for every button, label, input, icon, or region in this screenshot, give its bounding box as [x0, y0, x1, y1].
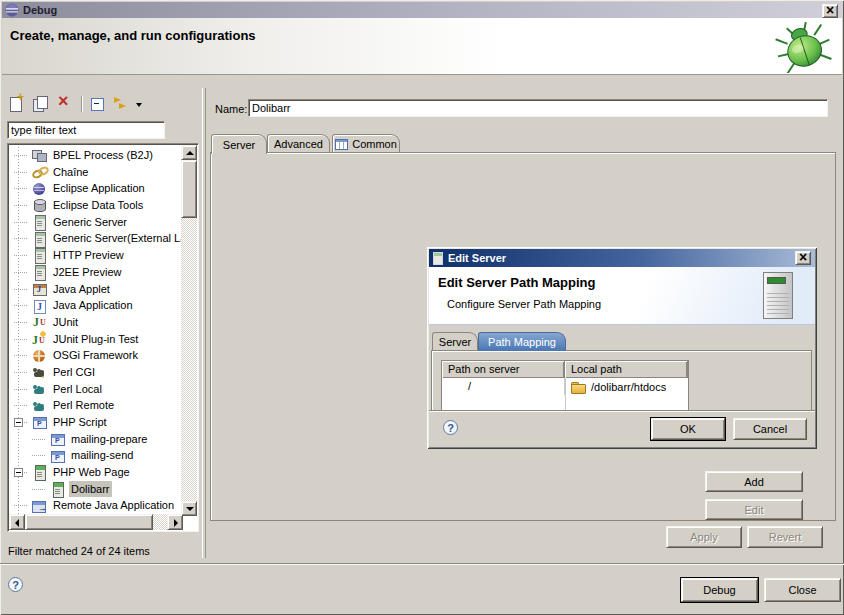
tree-item-eclipse-data-tools[interactable]: Eclipse Data Tools — [9, 197, 183, 214]
column-header-local-path[interactable]: Local path — [565, 361, 688, 378]
window-title: Debug — [23, 4, 57, 16]
tree-item-perl-cgi[interactable]: Perl CGI — [9, 364, 183, 381]
tree-item-label: Perl Remote — [51, 397, 116, 414]
collapse-minus-icon[interactable] — [14, 418, 23, 427]
remote-java-icon — [31, 498, 47, 514]
tree-item-http-preview[interactable]: HTTP Preview — [9, 247, 183, 264]
tree-item-perl-remote[interactable]: Perl Remote — [9, 397, 183, 414]
ok-button[interactable]: OK — [651, 418, 725, 440]
cancel-button[interactable]: Cancel — [733, 418, 807, 440]
tree-item-label: Perl Local — [51, 381, 104, 398]
path-on-server-cell: / — [442, 378, 565, 395]
tree-item-cha-ne[interactable]: Chaîne — [9, 164, 183, 181]
horizontal-scroll-thumb[interactable] — [25, 514, 153, 530]
tab-server[interactable]: Server — [211, 134, 267, 154]
java-applet-icon — [31, 281, 47, 297]
window-titlebar[interactable]: Debug — [2, 2, 842, 18]
tree-item-mailing-send[interactable]: mailing-send — [9, 447, 183, 464]
dialog-tab-server[interactable]: Server — [432, 332, 478, 350]
type-filter-input[interactable] — [11, 124, 161, 136]
debug-button[interactable]: Debug — [681, 578, 758, 602]
tree-item-label: JUnit Plug-in Test — [51, 331, 140, 348]
dialog-close-button[interactable] — [795, 251, 811, 265]
perl-cgi-icon — [31, 364, 47, 380]
column-header-path-on-server[interactable]: Path on server — [442, 361, 565, 378]
scroll-up-icon[interactable] — [181, 145, 197, 160]
revert-button[interactable]: Revert — [747, 526, 823, 548]
new-configuration-icon[interactable] — [6, 94, 28, 114]
scroll-down-icon[interactable] — [181, 501, 197, 516]
apply-button[interactable]: Apply — [666, 526, 742, 548]
scroll-right-icon[interactable] — [167, 514, 183, 530]
perl-remote-icon — [31, 398, 47, 414]
tree-item-junit[interactable]: JUnit — [9, 314, 183, 331]
help-icon[interactable]: ? — [8, 577, 23, 592]
tree-item-java-application[interactable]: Java Application — [9, 297, 183, 314]
database-icon — [31, 197, 47, 213]
dialog-help-icon[interactable]: ? — [443, 420, 458, 435]
configurations-tree: BPEL Process (B2J)ChaîneEclipse Applicat… — [7, 143, 199, 532]
tree-item-label: J2EE Preview — [51, 264, 123, 281]
perl-icon — [31, 381, 47, 397]
server-icon — [31, 231, 47, 247]
tree-item-dolibarr[interactable]: Dolibarr — [9, 481, 183, 498]
window-close-button[interactable] — [822, 4, 838, 18]
dialog-tab-server-label: Server — [439, 336, 471, 348]
toolbar-separator — [81, 96, 82, 112]
panel-divider[interactable] — [202, 88, 206, 558]
tree-horizontal-scrollbar[interactable] — [9, 514, 183, 530]
delete-configuration-icon[interactable] — [54, 94, 76, 114]
filter-field-frame — [7, 121, 165, 139]
tree-vertical-scrollbar[interactable] — [181, 145, 197, 516]
tree-item-eclipse-application[interactable]: Eclipse Application — [9, 180, 183, 197]
tree-item-perl-local[interactable]: Perl Local — [9, 381, 183, 398]
debug-bug-icon — [774, 21, 834, 73]
tree-item-osgi-framework[interactable]: OSGi Framework — [9, 347, 183, 364]
filter-icon[interactable] — [111, 94, 133, 114]
tree-item-generic-server-external-la[interactable]: Generic Server(External La — [9, 230, 183, 247]
chain-icon — [31, 164, 47, 180]
tab-common[interactable]: Common — [332, 134, 400, 153]
server-icon — [31, 214, 47, 230]
osgi-icon — [31, 348, 47, 364]
tab-advanced[interactable]: Advanced — [267, 134, 330, 153]
tab-common-label: Common — [352, 138, 397, 150]
tree-item-junit-plug-in-test[interactable]: JUnit Plug-in Test — [9, 331, 183, 348]
name-field-frame — [248, 99, 828, 117]
tree-item-label: PHP Script — [51, 414, 109, 431]
tree-item-php-web-page[interactable]: PHP Web Page — [9, 464, 183, 481]
tree-item-java-applet[interactable]: Java Applet — [9, 281, 183, 298]
scroll-left-icon[interactable] — [9, 514, 25, 530]
vertical-scroll-thumb[interactable] — [181, 160, 197, 218]
collapse-minus-icon[interactable] — [14, 468, 23, 477]
tree-item-mailing-prepare[interactable]: mailing-prepare — [9, 431, 183, 448]
collapse-all-icon[interactable] — [87, 94, 109, 114]
local-path-text: /dolibarr/htdocs — [591, 381, 666, 393]
path-mapping-table: Path on server Local path //dolibarr/htd… — [441, 360, 689, 412]
server-icon — [31, 264, 47, 280]
tree-item-label: Generic Server — [51, 214, 129, 231]
tree-item-remote-java-application[interactable]: Remote Java Application — [9, 497, 183, 514]
close-button[interactable]: Close — [764, 578, 841, 602]
server-icon — [433, 252, 443, 265]
tree-item-bpel-process-b2j-[interactable]: BPEL Process (B2J) — [9, 147, 183, 164]
path-mapping-content: Path on server Local path //dolibarr/htd… — [431, 350, 812, 413]
eclipse-sphere-icon — [31, 181, 47, 197]
tree-item-php-script[interactable]: PHP Script — [9, 414, 183, 431]
edit-button[interactable]: Edit — [705, 499, 803, 520]
dialog-header: Edit Server Path Mapping Configure Serve… — [429, 267, 815, 325]
tree-item-label: HTTP Preview — [51, 247, 126, 264]
tree-item-label: Java Applet — [51, 281, 112, 298]
filter-dropdown-caret-icon[interactable] — [135, 94, 145, 114]
filter-status-text: Filter matched 24 of 24 items — [8, 545, 150, 557]
tree-item-label: Perl CGI — [51, 364, 97, 381]
folder-icon — [571, 381, 586, 393]
duplicate-configuration-icon[interactable] — [30, 94, 52, 114]
dialog-tab-path-mapping[interactable]: Path Mapping — [478, 332, 566, 351]
dialog-titlebar[interactable]: Edit Server — [429, 249, 815, 267]
name-input[interactable] — [252, 102, 822, 114]
tree-item-generic-server[interactable]: Generic Server — [9, 214, 183, 231]
add-button[interactable]: Add — [705, 471, 803, 492]
tree-item-j2ee-preview[interactable]: J2EE Preview — [9, 264, 183, 281]
edit-server-dialog: Edit Server Edit Server Path Mapping Con… — [427, 247, 817, 449]
